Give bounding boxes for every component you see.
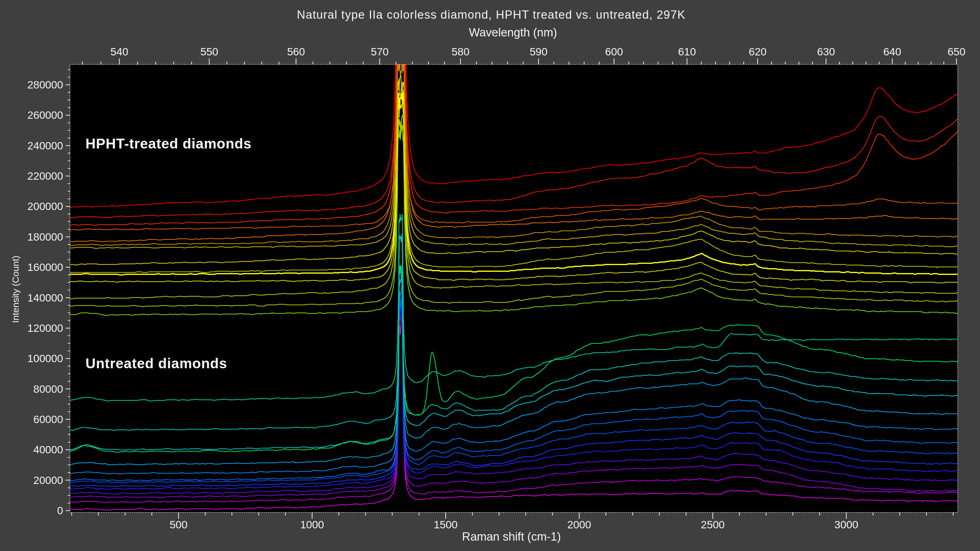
svg-text:280000: 280000 [27,79,63,91]
svg-text:2500: 2500 [701,519,725,530]
svg-text:160000: 160000 [27,261,63,273]
svg-text:220000: 220000 [27,170,63,182]
svg-text:Raman shift (cm-1): Raman shift (cm-1) [462,530,561,543]
svg-text:140000: 140000 [27,292,63,304]
svg-text:Untreated diamonds: Untreated diamonds [86,356,227,371]
svg-text:650: 650 [948,46,965,57]
svg-text:20000: 20000 [33,474,63,486]
svg-text:3000: 3000 [835,519,858,530]
svg-text:Natural type IIa colorless dia: Natural type IIa colorless diamond, HPHT… [297,8,686,21]
svg-text:HPHT-treated diamonds: HPHT-treated diamonds [86,136,251,151]
svg-text:2000: 2000 [567,519,591,530]
svg-text:500: 500 [170,519,188,530]
svg-text:580: 580 [452,46,469,57]
svg-text:60000: 60000 [33,413,63,425]
svg-text:570: 570 [371,46,389,57]
svg-text:100000: 100000 [27,353,63,364]
svg-text:0: 0 [57,505,63,516]
svg-text:640: 640 [883,46,901,57]
svg-text:Intensity (Count): Intensity (Count) [10,256,21,323]
svg-text:1000: 1000 [300,519,324,530]
svg-text:610: 610 [678,46,696,57]
svg-text:620: 620 [749,46,767,57]
svg-text:Wavelength (nm): Wavelength (nm) [469,26,557,39]
svg-text:630: 630 [817,46,835,57]
svg-text:560: 560 [287,46,305,57]
svg-text:240000: 240000 [27,140,63,151]
svg-text:180000: 180000 [27,231,63,243]
svg-text:1500: 1500 [434,519,458,530]
svg-text:540: 540 [111,46,128,57]
svg-text:80000: 80000 [33,383,63,395]
svg-text:260000: 260000 [27,109,63,121]
svg-text:120000: 120000 [27,322,63,334]
svg-text:40000: 40000 [33,443,63,456]
svg-text:200000: 200000 [27,200,63,212]
svg-text:590: 590 [530,46,547,57]
svg-text:600: 600 [605,46,623,57]
svg-text:550: 550 [200,46,218,57]
